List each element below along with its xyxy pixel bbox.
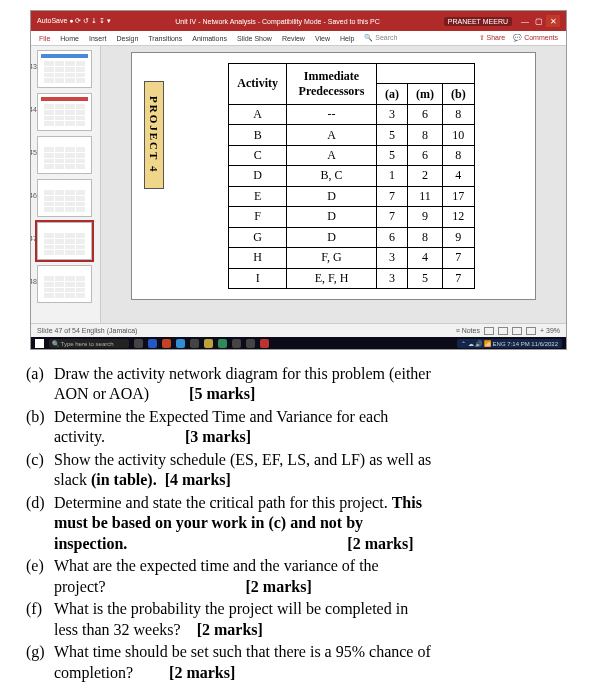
view-sorter-icon[interactable] (498, 327, 508, 335)
status-bar: Slide 47 of 54 English (Jamaica) ≡ Notes… (31, 323, 566, 337)
edge-icon[interactable] (176, 339, 185, 348)
view-normal-icon[interactable] (484, 327, 494, 335)
tab-view[interactable]: View (315, 35, 330, 42)
start-icon[interactable] (35, 339, 44, 348)
thumb-number: 48 (31, 278, 37, 285)
col-m: (m) (407, 84, 442, 104)
cell: 8 (407, 125, 442, 145)
slide-thumb[interactable]: 43 (37, 50, 92, 88)
table-row: ED71117 (229, 186, 474, 206)
q-e-line1: What are the expected time and the varia… (54, 557, 379, 574)
q-d-line2: must be based on your work in (c) and no… (54, 514, 363, 531)
app-icon[interactable] (190, 339, 199, 348)
search-field[interactable]: 🔍 Search (364, 34, 397, 42)
q-f-marks: [2 marks] (197, 621, 263, 638)
cell: 1 (376, 166, 407, 186)
cell: D (286, 186, 376, 206)
slide-thumb[interactable]: 45 (37, 136, 92, 174)
comments-button[interactable]: 💬 Comments (513, 34, 558, 42)
cell: A (286, 145, 376, 165)
taskbar-search[interactable]: 🔍 Type here to search (49, 339, 129, 348)
tab-review[interactable]: Review (282, 35, 305, 42)
windows-taskbar: 🔍 Type here to search ⌃ ☁ 🔊 📶 ENG 7:14 P… (31, 337, 566, 349)
cell: I (229, 268, 287, 288)
cell: C (229, 145, 287, 165)
cell: 7 (376, 207, 407, 227)
taskview-icon[interactable] (134, 339, 143, 348)
user-badge[interactable]: PRANEET MEERU (444, 17, 512, 26)
app-icon[interactable] (204, 339, 213, 348)
cell: 17 (442, 186, 474, 206)
cell: 9 (407, 207, 442, 227)
cell: G (229, 227, 287, 247)
q-g-line2: completion? (54, 664, 133, 681)
app-icon[interactable] (260, 339, 269, 348)
close-button[interactable]: ✕ (546, 15, 560, 27)
tab-file[interactable]: File (39, 35, 50, 42)
autosave-group[interactable]: AutoSave ● ⟳ ↺ ⤓ ↧ ▾ (37, 17, 111, 25)
slide-stage: PROJECT 4 Activity Immediate Predecessor… (101, 46, 566, 323)
cell: 8 (442, 145, 474, 165)
view-slideshow-icon[interactable] (526, 327, 536, 335)
q-f-line1: What is the probability the project will… (54, 600, 408, 617)
slide-thumb-current[interactable]: 47 (37, 222, 92, 260)
tab-slideshow[interactable]: Slide Show (237, 35, 272, 42)
cell: 3 (376, 248, 407, 268)
ribbon: File Home Insert Design Transitions Anim… (31, 31, 566, 46)
word-icon[interactable] (148, 339, 157, 348)
powerpoint-window: AutoSave ● ⟳ ↺ ⤓ ↧ ▾ Unit IV - Network A… (30, 10, 567, 350)
q-label-d: (d) (26, 493, 54, 554)
cell: 8 (407, 227, 442, 247)
tab-insert[interactable]: Insert (89, 35, 107, 42)
project-label-box: PROJECT 4 (144, 81, 164, 189)
thumbnail-pane[interactable]: 43 44 45 46 47 48 (31, 46, 101, 323)
q-f-line2: less than 32 weeks? (54, 621, 181, 638)
share-button[interactable]: ⇪ Share (479, 34, 506, 42)
minimize-button[interactable]: — (518, 15, 532, 27)
view-reading-icon[interactable] (512, 327, 522, 335)
q-b-marks: [3 marks] (185, 428, 251, 445)
tab-transitions[interactable]: Transitions (148, 35, 182, 42)
slide-thumb[interactable]: 48 (37, 265, 92, 303)
cell: -- (286, 104, 376, 124)
cell: 9 (442, 227, 474, 247)
app-icon[interactable] (246, 339, 255, 348)
notes-button[interactable]: ≡ Notes (456, 327, 480, 334)
tab-home[interactable]: Home (60, 35, 79, 42)
tab-help[interactable]: Help (340, 35, 354, 42)
cell: 8 (442, 104, 474, 124)
table-row: FD7912 (229, 207, 474, 227)
tab-animations[interactable]: Animations (192, 35, 227, 42)
slide-thumb[interactable]: 44 (37, 93, 92, 131)
maximize-button[interactable]: ▢ (532, 15, 546, 27)
q-e-marks: [2 marks] (246, 578, 312, 595)
slide-canvas[interactable]: PROJECT 4 Activity Immediate Predecessor… (131, 52, 536, 300)
cell: 5 (376, 145, 407, 165)
cell: 7 (442, 268, 474, 288)
slide-thumb[interactable]: 46 (37, 179, 92, 217)
project-label-text: PROJECT 4 (148, 96, 160, 173)
window-title: Unit IV - Network Analysis - Compatibili… (111, 18, 444, 25)
q-c-marks: [4 marks] (165, 471, 231, 488)
system-tray[interactable]: ⌃ ☁ 🔊 📶 ENG 7:14 PM 11/6/2022 (457, 339, 562, 348)
q-c-line2a: slack (54, 471, 91, 488)
app-icon[interactable] (218, 339, 227, 348)
slide-counter: Slide 47 of 54 English (Jamaica) (37, 327, 137, 334)
zoom-level[interactable]: + 39% (540, 327, 560, 334)
q-c-line1: Show the activity schedule (ES, EF, LS, … (54, 451, 431, 468)
cell: B (229, 125, 287, 145)
thumb-number: 43 (31, 63, 37, 70)
q-e-line2: project? (54, 578, 106, 595)
cell: F, G (286, 248, 376, 268)
q-b-line2: activity. (54, 428, 105, 445)
app-icon[interactable] (232, 339, 241, 348)
q-label-f: (f) (26, 599, 54, 640)
cell: E, F, H (286, 268, 376, 288)
q-d-line1a: Determine and state the critical path fo… (54, 494, 392, 511)
ppt-icon[interactable] (162, 339, 171, 348)
work-area: 43 44 45 46 47 48 PROJECT 4 Activity Imm… (31, 46, 566, 323)
q-d-marks: [2 marks] (347, 535, 413, 552)
q-b-line1: Determine the Expected Time and Variance… (54, 408, 388, 425)
thumb-number: 44 (31, 106, 37, 113)
tab-design[interactable]: Design (116, 35, 138, 42)
